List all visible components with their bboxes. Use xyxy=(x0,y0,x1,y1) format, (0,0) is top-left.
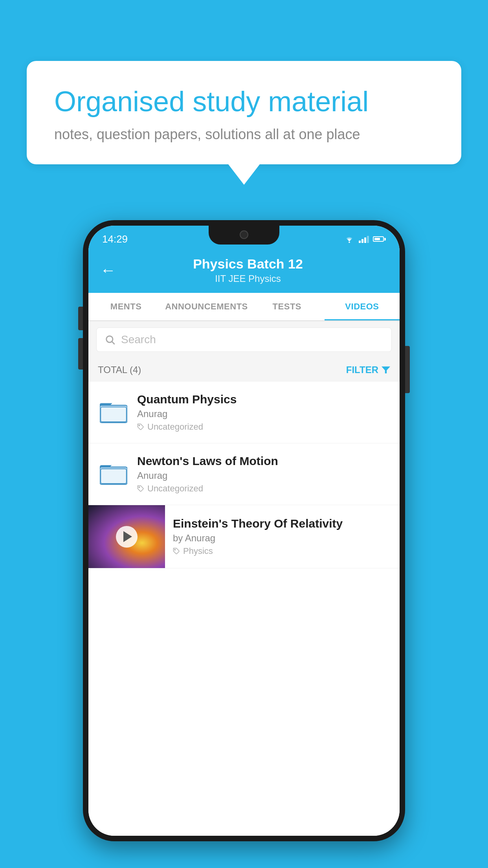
header-subtitle: IIT JEE Physics xyxy=(124,273,372,284)
search-placeholder: Search xyxy=(121,333,156,346)
filter-button[interactable]: FILTER xyxy=(346,364,390,375)
video-item-title: Einstein's Theory Of Relativity xyxy=(173,517,392,530)
list-item-video[interactable]: Einstein's Theory Of Relativity by Anura… xyxy=(88,505,400,568)
tab-tests[interactable]: TESTS xyxy=(250,293,325,320)
svg-marker-3 xyxy=(382,366,390,373)
content-list: Quantum Physics Anurag Uncategorized xyxy=(88,382,400,836)
tag-label: Physics xyxy=(183,546,213,556)
app-header: ← Physics Batch 12 IIT JEE Physics xyxy=(88,249,400,293)
speech-bubble: Organised study material notes, question… xyxy=(27,61,461,164)
battery-icon xyxy=(373,236,386,242)
tab-bar: MENTS ANNOUNCEMENTS TESTS VIDEOS xyxy=(88,293,400,321)
total-count: TOTAL (4) xyxy=(98,364,141,375)
tab-announcements[interactable]: ANNOUNCEMENTS xyxy=(163,293,250,320)
status-icons xyxy=(344,235,386,243)
list-item-tag: Uncategorized xyxy=(137,484,390,494)
svg-point-11 xyxy=(139,487,139,487)
folder-icon xyxy=(100,400,127,425)
list-item-tag: Uncategorized xyxy=(137,422,390,432)
list-item[interactable]: Quantum Physics Anurag Uncategorized xyxy=(88,382,400,443)
list-item[interactable]: Newton's Laws of Motion Anurag Uncategor… xyxy=(88,443,400,505)
wifi-icon xyxy=(344,235,355,243)
volume-button xyxy=(78,307,83,330)
speech-bubble-title: Organised study material xyxy=(54,85,434,118)
camera xyxy=(240,230,248,239)
list-item-author: Anurag xyxy=(137,408,390,419)
list-item-author: Anurag xyxy=(137,470,390,481)
folder-icon-container xyxy=(98,397,129,428)
svg-rect-6 xyxy=(101,407,126,421)
search-bar[interactable]: Search xyxy=(96,327,392,352)
tag-label: Uncategorized xyxy=(147,422,203,432)
svg-rect-10 xyxy=(101,469,126,483)
filter-icon xyxy=(382,366,390,374)
svg-line-2 xyxy=(112,342,114,344)
video-item-tag: Physics xyxy=(173,546,392,556)
tag-icon xyxy=(137,485,144,492)
speech-bubble-subtitle: notes, question papers, solutions all at… xyxy=(54,126,434,143)
header-title: Physics Batch 12 xyxy=(124,256,372,272)
play-triangle-icon xyxy=(123,531,132,542)
svg-point-7 xyxy=(139,425,139,426)
video-item-content: Einstein's Theory Of Relativity by Anura… xyxy=(165,509,400,564)
search-bar-container: Search xyxy=(88,321,400,358)
list-item-title: Quantum Physics xyxy=(137,393,390,406)
tab-ments[interactable]: MENTS xyxy=(88,293,163,320)
signal-icon xyxy=(359,235,369,243)
tag-label: Uncategorized xyxy=(147,484,203,494)
svg-point-0 xyxy=(349,241,350,243)
filter-label: FILTER xyxy=(346,364,378,375)
phone-notch xyxy=(209,226,279,245)
header-title-group: Physics Batch 12 IIT JEE Physics xyxy=(124,256,388,284)
tab-videos[interactable]: VIDEOS xyxy=(325,293,400,320)
svg-point-12 xyxy=(174,549,175,550)
tag-icon xyxy=(137,423,144,430)
status-time: 14:29 xyxy=(102,233,128,245)
phone-outer: 14:29 xyxy=(83,220,405,841)
back-button[interactable]: ← xyxy=(100,261,116,279)
list-item-content: Quantum Physics Anurag Uncategorized xyxy=(137,393,390,432)
folder-icon xyxy=(100,462,127,487)
screen-content: 14:29 xyxy=(88,226,400,836)
folder-icon-container xyxy=(98,458,129,490)
video-item-author: by Anurag xyxy=(173,533,392,544)
list-item-title: Newton's Laws of Motion xyxy=(137,454,390,468)
video-thumbnail xyxy=(88,505,165,568)
tag-icon xyxy=(173,548,180,555)
filter-row: TOTAL (4) FILTER xyxy=(88,358,400,382)
play-button[interactable] xyxy=(116,526,138,548)
phone-inner: 14:29 xyxy=(88,226,400,836)
list-item-content: Newton's Laws of Motion Anurag Uncategor… xyxy=(137,454,390,494)
phone-mockup: 14:29 xyxy=(83,220,405,841)
svg-point-1 xyxy=(106,336,113,342)
search-icon xyxy=(105,334,116,345)
